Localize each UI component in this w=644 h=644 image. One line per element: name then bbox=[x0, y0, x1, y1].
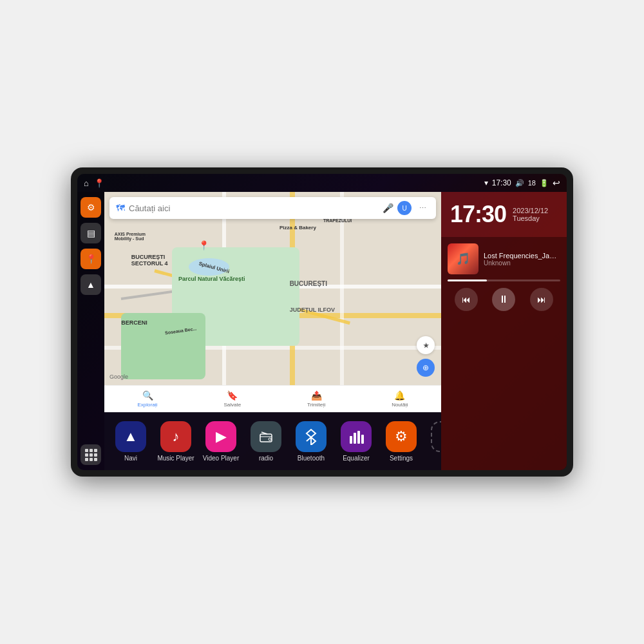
home-icon[interactable]: ⌂ bbox=[84, 178, 89, 188]
svg-rect-4 bbox=[350, 436, 352, 444]
map-label-sect4: BUCUREȘTISECTORUL 4 bbox=[131, 254, 168, 267]
app-settings[interactable]: ⚙ Settings bbox=[379, 421, 424, 462]
video-player-label: Video Player bbox=[203, 455, 240, 462]
settings-label: Settings bbox=[390, 455, 413, 462]
apps-bar: ▲ Navi ♪ Music Player ▶ Vid bbox=[104, 412, 441, 470]
music-progress-bar[interactable] bbox=[448, 279, 560, 281]
app-video-player[interactable]: ▶ Video Player bbox=[198, 421, 243, 462]
music-text: Lost Frequencies_Janie... Unknown bbox=[484, 252, 560, 267]
device-screen: ⌂ 📍 ▾ 17:30 🔊 18 🔋 ↩ ⚙ ▤ bbox=[77, 174, 567, 470]
map-label-axis: AXIS PremiumMobility - Sud bbox=[115, 232, 146, 241]
app-music-player[interactable]: ♪ Music Player bbox=[153, 421, 198, 462]
music-widget: 🎵 Lost Frequencies_Janie... Unknown ⏮ ⏸ bbox=[441, 237, 567, 470]
navi-icon: ▲ bbox=[115, 421, 146, 452]
saved-label: Salvate bbox=[223, 402, 241, 408]
clock-day: Tuesday bbox=[513, 214, 548, 222]
music-album-art: 🎵 bbox=[448, 243, 478, 274]
battery-icon: 🔋 bbox=[540, 179, 549, 187]
sidebar-files-btn[interactable]: ▤ bbox=[80, 223, 101, 243]
explore-icon: 🔍 bbox=[142, 390, 153, 401]
svg-rect-6 bbox=[357, 431, 360, 444]
search-placeholder: Căutați aici bbox=[129, 204, 379, 213]
music-title: Lost Frequencies_Janie... bbox=[484, 252, 560, 260]
sidebar-nav-btn[interactable]: ▲ bbox=[80, 274, 101, 295]
map-label-pizza: Pizza & Bakery bbox=[279, 225, 316, 231]
clock-widget: 17:30 2023/12/12 Tuesday bbox=[441, 192, 567, 237]
app-equalizer[interactable]: Equalizer bbox=[334, 421, 379, 462]
share-label: Trimiteți bbox=[307, 402, 325, 408]
map-label-berceni: BERCENI bbox=[121, 319, 147, 326]
explore-label: Explorați bbox=[137, 402, 157, 408]
status-bar: ⌂ 📍 ▾ 17:30 🔊 18 🔋 ↩ bbox=[77, 174, 567, 192]
map-label-trapez: TRAPEZULUI bbox=[323, 218, 352, 223]
user-avatar[interactable]: U bbox=[397, 201, 412, 215]
map-nav-news[interactable]: 🔔 Noutăți bbox=[392, 390, 408, 408]
saved-icon: 🔖 bbox=[227, 390, 238, 401]
wifi-icon: ▾ bbox=[484, 178, 488, 187]
music-progress-fill bbox=[448, 279, 487, 281]
volume-icon: 🔊 bbox=[515, 179, 524, 187]
google-watermark: Google bbox=[109, 374, 128, 380]
bluetooth-icon bbox=[296, 421, 327, 452]
location-icon: 📍 bbox=[86, 254, 97, 264]
settings-icon: ⚙ bbox=[386, 421, 417, 452]
share-icon: 📤 bbox=[311, 390, 322, 401]
files-icon: ▤ bbox=[87, 228, 95, 238]
album-art-image: 🎵 bbox=[448, 243, 478, 274]
device-shell: ⌂ 📍 ▾ 17:30 🔊 18 🔋 ↩ ⚙ ▤ bbox=[71, 167, 573, 477]
nav-arrow-icon: ▲ bbox=[86, 279, 95, 290]
video-player-icon: ▶ bbox=[205, 421, 236, 452]
map-pin-park: 📍 bbox=[198, 240, 209, 251]
map-nav-saved[interactable]: 🔖 Salvate bbox=[223, 390, 241, 408]
map-container[interactable]: AXIS PremiumMobility - Sud Pizza & Baker… bbox=[104, 192, 441, 412]
app-add[interactable]: + add bbox=[424, 421, 441, 462]
clock-time: 17:30 bbox=[450, 201, 506, 228]
app-navi[interactable]: ▲ Navi bbox=[108, 421, 153, 462]
equalizer-icon bbox=[341, 421, 372, 452]
main-content: ⚙ ▤ 📍 ▲ bbox=[77, 192, 567, 470]
map-label-jud: JUDEȚUL ILFOV bbox=[290, 307, 335, 313]
pause-button[interactable]: ⏸ bbox=[492, 288, 515, 311]
music-info: 🎵 Lost Frequencies_Janie... Unknown bbox=[448, 243, 560, 274]
map-bottom-nav: 🔍 Explorați 🔖 Salvate 📤 Trimiteți � bbox=[104, 385, 441, 412]
app-bluetooth[interactable]: Bluetooth bbox=[289, 421, 334, 462]
app-radio[interactable]: radio bbox=[243, 421, 289, 462]
svg-rect-7 bbox=[361, 435, 364, 444]
mic-icon[interactable]: 🎤 bbox=[383, 203, 393, 213]
sidebar-settings-btn[interactable]: ⚙ bbox=[80, 197, 101, 218]
music-artist: Unknown bbox=[484, 260, 560, 267]
next-button[interactable]: ⏭ bbox=[530, 288, 553, 311]
maps-icon[interactable]: 📍 bbox=[94, 178, 104, 188]
back-icon[interactable]: ↩ bbox=[553, 178, 560, 188]
map-settings-icon[interactable]: ⋯ bbox=[415, 201, 430, 215]
clock-date-info: 2023/12/12 Tuesday bbox=[513, 207, 548, 222]
map-label-buc: BUCUREȘTI bbox=[290, 280, 327, 287]
add-icon: + bbox=[431, 421, 441, 452]
map-nav-share[interactable]: 📤 Trimiteți bbox=[307, 390, 325, 408]
map-search-bar[interactable]: 🗺 Căutați aici 🎤 U ⋯ bbox=[109, 197, 436, 219]
map-nav-explore[interactable]: 🔍 Explorați bbox=[137, 390, 157, 408]
sidebar-map-btn[interactable]: 📍 bbox=[80, 249, 101, 269]
google-maps-icon: 🗺 bbox=[116, 203, 125, 213]
right-panel: 17:30 2023/12/12 Tuesday 🎵 Lost Frequenc… bbox=[441, 192, 567, 470]
music-player-label: Music Player bbox=[157, 455, 194, 462]
map-road-v3 bbox=[340, 192, 344, 412]
clock-date: 2023/12/12 bbox=[513, 207, 548, 214]
news-label: Noutăți bbox=[392, 402, 408, 408]
svg-rect-5 bbox=[354, 433, 356, 444]
radio-label: radio bbox=[259, 455, 273, 462]
prev-button[interactable]: ⏮ bbox=[455, 288, 478, 311]
music-controls: ⏮ ⏸ ⏭ bbox=[448, 288, 560, 311]
map-location-btn[interactable]: ⊕ bbox=[417, 359, 435, 377]
map-star-btn[interactable]: ★ bbox=[417, 336, 435, 354]
radio-icon bbox=[251, 421, 281, 452]
music-player-icon: ♪ bbox=[160, 421, 191, 452]
map-label-park: Parcul Natural Văcărești bbox=[178, 276, 245, 282]
status-left: ⌂ 📍 bbox=[84, 178, 104, 188]
sidebar-grid-btn[interactable] bbox=[80, 444, 101, 465]
status-time: 17:30 bbox=[492, 178, 511, 187]
bluetooth-label: Bluetooth bbox=[298, 455, 325, 462]
equalizer-label: Equalizer bbox=[343, 455, 370, 462]
sidebar: ⚙ ▤ 📍 ▲ bbox=[77, 192, 104, 470]
center-area: AXIS PremiumMobility - Sud Pizza & Baker… bbox=[104, 192, 441, 470]
